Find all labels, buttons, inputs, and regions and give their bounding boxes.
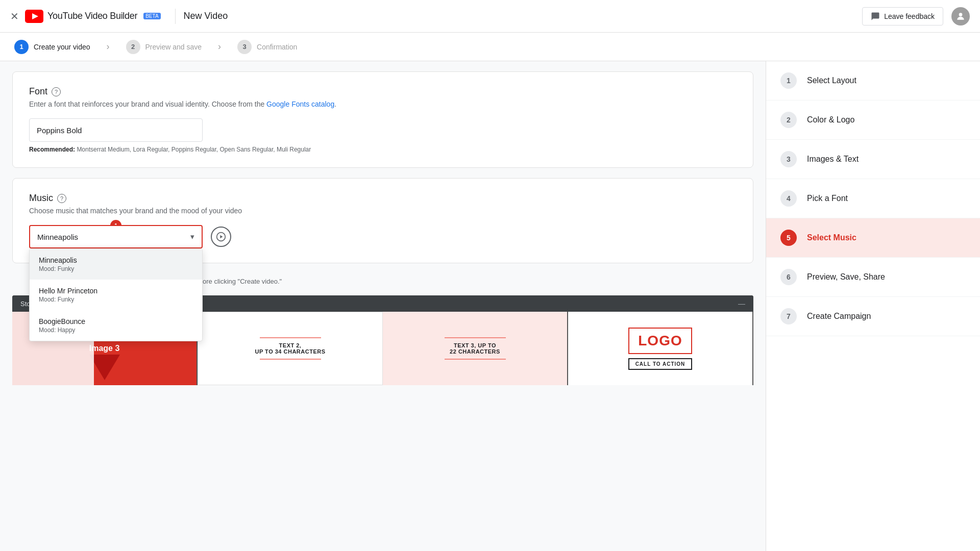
music-dropdown-menu: Minneapolis Mood: Funky Hello Mr Princet…: [29, 248, 203, 341]
storyboard-frame-3: TEXT 3, UP TO22 CHARACTERS: [383, 312, 568, 385]
step-3-circle: 3: [237, 40, 252, 54]
sidebar-item-select-music[interactable]: 5 Select Music: [766, 218, 980, 258]
step-2[interactable]: 2 Preview and save: [126, 40, 202, 54]
youtube-logo: YouTube Video Builder BETA: [25, 10, 161, 23]
step-arrow-1: ›: [107, 41, 110, 52]
frame-2-bottom-line: [260, 359, 321, 360]
sidebar-num-4: 4: [780, 190, 797, 207]
dropdown-item-0-mood: Mood: Funky: [39, 265, 193, 272]
sidebar-item-preview-save[interactable]: 6 Preview, Save, Share: [766, 258, 980, 297]
dropdown-item-1-mood: Mood: Funky: [39, 296, 193, 303]
storyboard-minimize-button[interactable]: —: [738, 299, 745, 308]
sidebar-num-2: 2: [780, 112, 797, 128]
avatar-icon: [955, 11, 966, 21]
dropdown-item-1[interactable]: Hello Mr Princeton Mood: Funky: [30, 280, 202, 310]
svg-marker-4: [220, 235, 223, 239]
avatar[interactable]: [951, 7, 970, 26]
youtube-icon: [25, 10, 43, 23]
recommended-fonts: Recommended: Montserrat Medium, Lora Reg…: [29, 146, 737, 153]
play-icon: [216, 232, 226, 242]
frame-3-content: TEXT 3, UP TO22 CHARACTERS: [440, 333, 510, 364]
music-help-icon[interactable]: ?: [57, 194, 66, 203]
new-video-title: New Video: [184, 11, 228, 21]
dropdown-item-2[interactable]: BoogieBounce Mood: Happy: [30, 310, 202, 341]
music-title: Music ?: [29, 193, 737, 204]
music-dropdown-container: Minneapolis ▾ Minneapolis Mood: Funky He…: [29, 225, 203, 248]
sidebar-item-select-layout[interactable]: 1 Select Layout: [766, 61, 980, 101]
sidebar-num-1: 1: [780, 72, 797, 89]
cta-box: CALL TO ACTION: [628, 358, 693, 370]
font-help-icon[interactable]: ?: [52, 87, 61, 96]
header-right: Leave feedback: [862, 7, 970, 26]
step-arrow-2: ›: [218, 41, 221, 52]
sidebar-label-2: Color & Logo: [807, 115, 854, 124]
music-row: 1 Minneapolis ▾ Minneapolis Mood: Funky: [29, 225, 737, 248]
frame-1-content: Image 3: [89, 344, 120, 353]
storyboard-frame-2: TEXT 2,UP TO 34 CHARACTERS: [198, 312, 383, 385]
svg-point-2: [959, 13, 963, 16]
sidebar-item-images-text[interactable]: 3 Images & Text: [766, 140, 980, 179]
beta-badge: BETA: [143, 13, 160, 19]
sidebar-label-4: Pick a Font: [807, 194, 848, 203]
step-3-label: Confirmation: [257, 43, 297, 51]
frame-3-top-line: [445, 337, 506, 338]
feedback-label: Leave feedback: [884, 12, 935, 20]
dropdown-item-1-name: Hello Mr Princeton: [39, 287, 193, 295]
music-card: Music ? Choose music that matches your b…: [12, 178, 753, 263]
frame-2-top-line: [260, 337, 321, 338]
close-button[interactable]: ✕: [10, 10, 19, 22]
dropdown-arrow-icon: ▾: [190, 232, 194, 241]
dropdown-item-2-mood: Mood: Happy: [39, 327, 193, 334]
feedback-icon: [871, 12, 880, 21]
font-card: Font ? Enter a font that reinforces your…: [12, 71, 753, 168]
stepper: 1 Create your video › 2 Preview and save…: [0, 33, 980, 61]
right-sidebar: 1 Select Layout 2 Color & Logo 3 Images …: [766, 61, 980, 551]
sidebar-label-6: Preview, Save, Share: [807, 272, 885, 282]
music-description: Choose music that matches your brand and…: [29, 207, 737, 215]
step-2-circle: 2: [126, 40, 140, 54]
frame-2-content: TEXT 2,UP TO 34 CHARACTERS: [251, 333, 329, 364]
step-1[interactable]: 1 Create your video: [14, 40, 90, 54]
dropdown-item-2-name: BoogieBounce: [39, 317, 193, 325]
sidebar-num-7: 7: [780, 308, 797, 324]
step-1-label: Create your video: [34, 43, 90, 51]
step-3[interactable]: 3 Confirmation: [237, 40, 297, 54]
sidebar-num-3: 3: [780, 151, 797, 167]
header-divider: [175, 9, 176, 24]
sidebar-label-1: Select Layout: [807, 76, 856, 85]
frame-3-text: TEXT 3, UP TO22 CHARACTERS: [445, 342, 506, 355]
music-select-wrapper: 1 Minneapolis ▾ Minneapolis Mood: Funky: [29, 225, 203, 248]
frame-2-text: TEXT 2,UP TO 34 CHARACTERS: [255, 342, 325, 355]
sidebar-label-5: Select Music: [807, 233, 856, 242]
header: ✕ YouTube Video Builder BETA New Video L…: [0, 0, 980, 33]
feedback-button[interactable]: Leave feedback: [862, 7, 943, 26]
sidebar-num-6: 6: [780, 269, 797, 285]
font-description: Enter a font that reinforces your brand …: [29, 100, 737, 108]
app-title: YouTube Video Builder: [47, 11, 137, 21]
sidebar-item-pick-font[interactable]: 4 Pick a Font: [766, 179, 980, 218]
music-select-display[interactable]: Minneapolis ▾: [29, 225, 203, 248]
frame-3-bottom-line: [445, 359, 506, 360]
main-layout: Font ? Enter a font that reinforces your…: [0, 61, 980, 551]
sidebar-num-5: 5: [780, 230, 797, 246]
dropdown-item-0-name: Minneapolis: [39, 256, 193, 264]
sidebar-item-create-campaign[interactable]: 7 Create Campaign: [766, 297, 980, 336]
google-fonts-link[interactable]: Google Fonts catalog: [266, 100, 334, 108]
font-title: Font ?: [29, 86, 737, 97]
sidebar-item-color-logo[interactable]: 2 Color & Logo: [766, 101, 980, 140]
storyboard-frame-4: LOGO CALL TO ACTION: [568, 312, 753, 385]
frame-1-label: Image 3: [89, 344, 120, 353]
sidebar-label-7: Create Campaign: [807, 312, 871, 321]
font-input[interactable]: [29, 118, 203, 142]
step-1-circle: 1: [14, 40, 29, 54]
logo-box: LOGO: [628, 328, 693, 354]
play-button[interactable]: [211, 227, 231, 247]
content-area: Font ? Enter a font that reinforces your…: [0, 61, 766, 551]
frame-4-content: LOGO CALL TO ACTION: [628, 328, 693, 370]
step-2-label: Preview and save: [145, 43, 202, 51]
dropdown-item-0[interactable]: Minneapolis Mood: Funky: [30, 249, 202, 280]
sidebar-label-3: Images & Text: [807, 155, 859, 164]
